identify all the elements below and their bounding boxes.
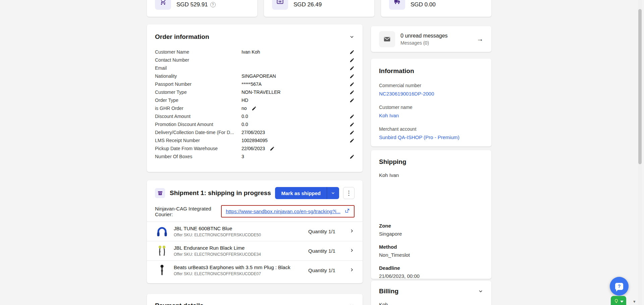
mark-as-shipped-button[interactable]: Mark as shipped [275, 187, 327, 199]
field-value: no [241, 106, 247, 111]
question-bubble-icon: ? [615, 283, 623, 290]
envelope-icon [379, 31, 395, 47]
edit-pencil-icon[interactable] [350, 50, 355, 55]
field-label: Method [379, 244, 483, 250]
truck-icon [389, 0, 405, 10]
scrollbar-thumb[interactable] [638, 9, 642, 164]
summary-card-value: SGD 0.00 [411, 1, 436, 8]
field-value: 0.0 [241, 114, 350, 119]
field-label: Merchant account [379, 126, 483, 132]
customer-name-link[interactable]: Koh Ivan [379, 113, 483, 118]
help-chat-button[interactable]: ? [610, 277, 629, 296]
order-info-row: Promotion Discount Amount0.0 [155, 120, 355, 128]
cart-icon [155, 0, 171, 10]
merchant-account-link[interactable]: Sunbird QA-ISHOP (Pro - Premium) [379, 134, 483, 140]
order-info-row: Customer TypeNON-TRAVELLER [155, 88, 355, 96]
field-value: Singapore [379, 231, 483, 237]
shipping-field: Zone Singapore [379, 223, 483, 237]
order-info-row: is GHR Orderno [155, 104, 355, 112]
field-label: Nationality [155, 73, 241, 79]
edit-pencil-icon[interactable] [270, 146, 275, 151]
billing-recipient: Koh [379, 302, 483, 305]
tips-widget-button[interactable] [611, 296, 626, 305]
edit-pencil-icon[interactable] [350, 138, 355, 143]
edit-pencil-icon[interactable] [350, 66, 355, 71]
field-value: HD [241, 98, 350, 103]
order-info-row: Pickup Date From Warehouse22/06/2023 [155, 144, 355, 152]
billing-card: Billing Koh [371, 281, 491, 305]
arrow-right-icon[interactable]: → [477, 35, 483, 43]
field-label: Customer Type [155, 89, 241, 95]
shipment-overflow-menu-button[interactable]: ⋮ [343, 187, 355, 199]
payment-details-card: Payment details [147, 294, 363, 305]
mark-as-shipped-dropdown-button[interactable] [327, 187, 339, 199]
product-name: JBL TUNE 600BTNC Blue [174, 226, 304, 231]
collapse-chevron-icon[interactable] [349, 303, 355, 305]
shipment-item-row[interactable]: Beats urBeats3 Earphones with 3.5 mm Plu… [147, 260, 363, 280]
edit-pencil-icon[interactable] [350, 58, 355, 63]
shipping-field: Method Non_Timeslot [379, 244, 483, 258]
edit-pencil-icon[interactable] [252, 106, 257, 111]
edit-pencil-icon[interactable] [350, 114, 355, 119]
billing-title: Billing [379, 288, 398, 295]
collapse-chevron-icon[interactable] [349, 34, 355, 40]
lightbulb-icon [614, 299, 619, 305]
scrollbar-track[interactable] [638, 0, 642, 305]
item-quantity: Quantity 1/1 [308, 267, 335, 273]
corner-chevron-icon: ▾ [633, 299, 636, 304]
field-value: 22/06/2023 [241, 146, 265, 151]
total-order-amount-card: Total order amount SGD 529.91 ? [147, 0, 257, 17]
field-label: Passport Number [155, 81, 241, 87]
order-info-row: Contact Number [155, 56, 355, 64]
chevron-right-icon[interactable] [349, 248, 355, 254]
commercial-number-link[interactable]: NC2306190016DP-2000 [379, 91, 483, 97]
banknote-icon [272, 0, 288, 10]
shipment-item-row[interactable]: JBL TUNE 600BTNC Blue Offer SKU: ELECTRO… [147, 222, 363, 241]
edit-pencil-icon[interactable] [350, 90, 355, 95]
order-info-row: Passport Number*****567A [155, 80, 355, 88]
field-value: Non_Timeslot [379, 252, 483, 258]
tracking-link[interactable]: https://www-sandbox.ninjavan.co/en-sg/tr… [226, 208, 340, 214]
shipping-charges-card: Shipping charges SGD 0.00 [381, 0, 491, 17]
order-information-card: Order information Customer NameIvan Koh … [147, 24, 363, 172]
edit-pencil-icon[interactable] [350, 122, 355, 127]
collapse-chevron-icon[interactable] [478, 289, 483, 294]
help-tooltip-icon[interactable]: ? [210, 2, 216, 7]
order-info-row: Order TypeHD [155, 96, 355, 104]
edit-pencil-icon[interactable] [350, 82, 355, 87]
shipment-item-row[interactable]: JBL Endurance Run Black Lime Offer SKU: … [147, 241, 363, 260]
information-title: Information [379, 67, 414, 74]
info-field: Commercial number NC2306190016DP-2000 [379, 83, 483, 97]
field-label: Discount Amount [155, 114, 241, 119]
edit-pencil-icon[interactable] [350, 130, 355, 135]
messages-card[interactable]: 0 unread messages Messages (0) → [371, 26, 491, 52]
edit-pencil-icon[interactable] [350, 154, 355, 159]
external-link-icon[interactable] [344, 208, 350, 215]
field-label: Order Type [155, 98, 241, 103]
shipping-recipient: Koh Ivan [379, 172, 483, 178]
field-label: Customer Name [155, 49, 241, 55]
field-label: Commercial number [379, 83, 483, 88]
order-info-row: Number Of Boxes3 [155, 152, 355, 161]
summary-cards-row: Total order amount SGD 529.91 ? Commissi… [147, 0, 491, 17]
chevron-right-icon[interactable] [349, 267, 355, 274]
field-label: Contact Number [155, 57, 241, 63]
field-value: Ivan Koh [241, 49, 350, 55]
field-label: Zone [379, 223, 483, 229]
product-name: JBL Endurance Run Black Lime [174, 245, 304, 251]
courier-tracking-highlight-box: https://www-sandbox.ninjavan.co/en-sg/tr… [221, 205, 355, 218]
product-image-earbuds-lime [155, 244, 169, 258]
product-sku: Offer SKU: ELECTRONICSOFFERSKUCODE07 [174, 271, 304, 276]
field-label: Delivery/Collection Date-time (For D... [155, 130, 241, 135]
field-label: Customer name [379, 105, 483, 110]
edit-pencil-icon[interactable] [350, 74, 355, 79]
field-label: Number Of Boxes [155, 154, 241, 159]
product-name: Beats urBeats3 Earphones with 3.5 mm Plu… [174, 264, 304, 270]
field-label: is GHR Order [155, 106, 241, 111]
edit-pencil-icon[interactable] [350, 98, 355, 103]
order-info-row: LMS Receipt Number1002894095 [155, 136, 355, 144]
chevron-right-icon[interactable] [349, 228, 355, 235]
order-info-row: Discount Amount0.0 [155, 112, 355, 120]
field-value: 3 [241, 154, 350, 159]
order-info-row: NationalitySINGAPOREAN [155, 72, 355, 80]
